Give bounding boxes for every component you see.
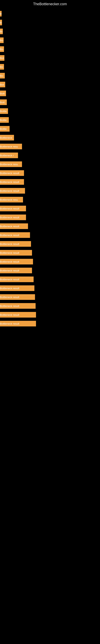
bar-fill: Bot (0, 82, 5, 87)
bar-label: Bottleneck result (0, 216, 20, 219)
bar-label: Bottleneck result (0, 296, 20, 299)
bar-label: B (0, 12, 1, 15)
bar-label: Bo (0, 74, 4, 77)
bar-fill: Bottleneck result (0, 259, 33, 264)
bar-fill: Bottleneck result (0, 170, 24, 176)
bar-fill: Bo (0, 28, 3, 34)
bar-row: Bottleneck resu (0, 195, 100, 204)
bar-row: Bottleneck result (0, 240, 100, 248)
bar-label: Bo (0, 66, 4, 68)
bar-label: Bottleneck result (0, 172, 20, 175)
bar-label: Bottleneck result (0, 322, 20, 325)
bar-row: Bo (0, 27, 100, 36)
bar-row: Bottleneck result (0, 292, 100, 302)
bar-label: Bottleneck resu (0, 145, 19, 148)
bar-label: Bottleneck result (0, 207, 20, 210)
bar-row: Bottle (0, 107, 100, 116)
bar-fill: B (0, 20, 2, 25)
bar-row: Bottleneck result (0, 302, 100, 310)
bar-fill: Bottle (0, 126, 10, 132)
bar-fill: Bottleneck result (0, 250, 32, 256)
bar-row: Bottleneck result (0, 310, 100, 319)
bar-fill: Bottle (0, 108, 8, 114)
bar-fill: Bottleneck resu (0, 144, 22, 149)
bar-row: Bo (0, 71, 100, 80)
bar-fill: Bottleneck result (0, 224, 28, 229)
bar-row: Bottleneck result (0, 222, 100, 231)
bar-label: Bottleneck result (0, 278, 20, 281)
bar-row: Bottleneck resu (0, 160, 100, 169)
bar-row: Bottleneck result (0, 169, 100, 178)
bar-row: Bottle (0, 124, 100, 133)
bar-row: Bottleneck resu (0, 142, 100, 151)
bar-label: Bott (0, 101, 5, 104)
bar-label: Bottleneck resu (0, 163, 19, 166)
bar-label: Bottleneck result (0, 234, 20, 237)
bar-label: Bottleneck r (0, 154, 15, 157)
bar-label: Bottleneck resu (0, 198, 19, 201)
bar-label: Bottleneck (0, 136, 13, 139)
bar-fill: Bottleneck resu (0, 197, 23, 202)
bar-row: Bottleneck result (0, 213, 100, 222)
bar-fill: Bo (0, 64, 4, 70)
bar-fill: Bottleneck result (0, 321, 36, 326)
bar-row: Bottleneck result (0, 257, 100, 266)
bar-fill: Bottleneck resu (0, 162, 22, 167)
bar-label: Bot (0, 56, 4, 60)
bar-row: Bottleneck result (0, 275, 100, 284)
bar-row: Bottleneck result (0, 231, 100, 240)
bar-label: Bot (0, 83, 5, 86)
bar-fill: B (0, 11, 1, 16)
bar-label: Bottleneck result (0, 304, 20, 308)
bar-fill: Bo (0, 46, 4, 52)
bar-label: B (0, 21, 2, 24)
bar-label: Bo (0, 30, 3, 33)
bar-fill: Bottleneck result (0, 294, 35, 300)
bar-row: Bott (0, 98, 100, 107)
bar-row: B (0, 18, 100, 27)
bar-label: Bottle (0, 128, 7, 130)
bar-row: Bottleneck (0, 133, 100, 142)
bar-label: Bo (0, 39, 3, 42)
bar-fill: Bottle (0, 117, 9, 123)
bar-fill: Bottleneck result (0, 232, 30, 238)
bar-row: Bottleneck result (0, 248, 100, 257)
bar-row: Bottleneck result (0, 186, 100, 195)
bar-row: Bottleneck r (0, 151, 100, 160)
bar-row: Bottleneck result (0, 266, 100, 275)
bar-label: Bottleneck result (0, 313, 20, 316)
bar-fill: Bott (0, 100, 7, 105)
bar-fill: Bott (0, 90, 6, 96)
bar-label: Bottleneck result (0, 260, 20, 263)
bar-row: Bott (0, 89, 100, 98)
bar-row: Bot (0, 80, 100, 89)
bar-fill: Bottleneck result (0, 312, 36, 318)
bar-label: Bottleneck result (0, 251, 20, 254)
bar-label: Bottleneck result (0, 180, 20, 184)
bar-label: Bott (0, 92, 5, 95)
page-container: TheBottlenecker.com BBBoBoBoBotBoBoBotBo… (0, 0, 100, 644)
bar-label: Bottleneck result (0, 269, 20, 272)
bar-fill: Bot (0, 55, 4, 61)
bar-row: Bottleneck result (0, 178, 100, 186)
bars-container: BBBoBoBoBotBoBoBotBottBottBottleBottleBo… (0, 9, 100, 328)
bar-row: Bottle (0, 116, 100, 124)
bar-row: Bo (0, 62, 100, 71)
bar-label: Bottleneck result (0, 190, 20, 192)
bar-fill: Bo (0, 73, 5, 78)
bar-row: Bo (0, 36, 100, 45)
bar-fill: Bottleneck (0, 135, 14, 140)
site-title: TheBottlenecker.com (0, 0, 100, 9)
bar-fill: Bottleneck result (0, 285, 34, 291)
bar-row: Bottleneck result (0, 319, 100, 328)
bar-label: Bo (0, 48, 4, 51)
bar-fill: Bottleneck result (0, 241, 31, 247)
bar-fill: Bottleneck result (0, 303, 36, 309)
bar-fill: Bottleneck result (0, 276, 34, 282)
bar-label: Bottle (0, 110, 7, 113)
bar-fill: Bottleneck result (0, 179, 24, 185)
bar-fill: Bottleneck result (0, 268, 32, 273)
bar-fill: Bottleneck result (0, 188, 25, 194)
bar-row: B (0, 9, 100, 18)
bar-fill: Bottleneck r (0, 152, 18, 158)
